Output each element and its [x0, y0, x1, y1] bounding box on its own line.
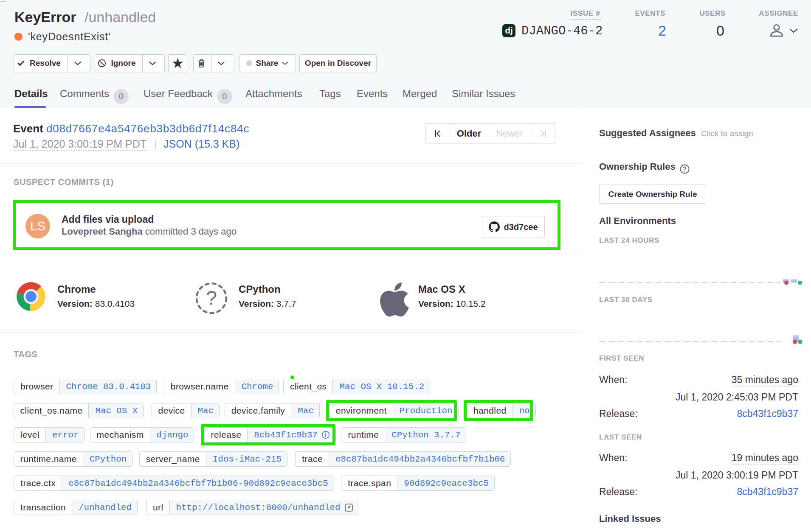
svg-text:?: ? — [206, 287, 217, 309]
